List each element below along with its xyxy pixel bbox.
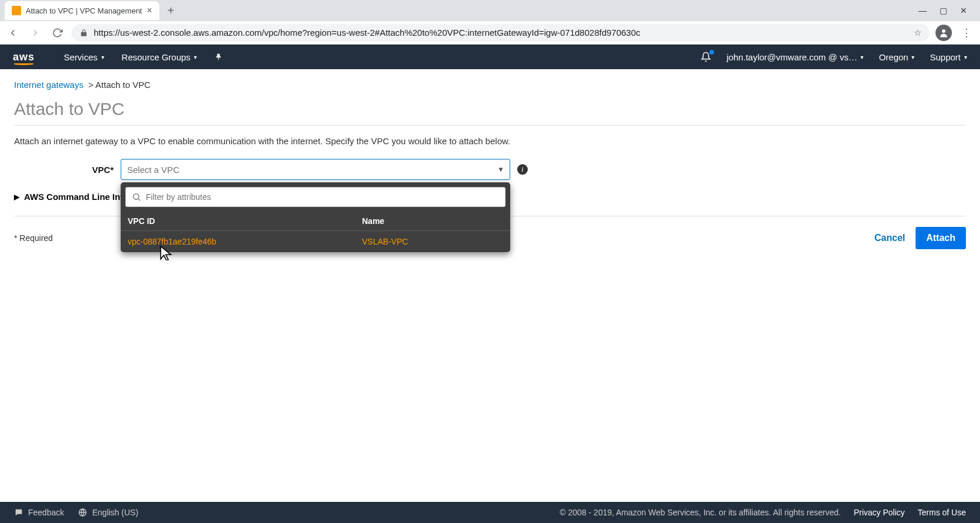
language-label: English (US) bbox=[92, 508, 138, 517]
aws-nav-right: john.taylor@vmware.com @ vs… ▾ Oregon ▾ … bbox=[701, 52, 967, 62]
resource-groups-menu[interactable]: Resource Groups ▾ bbox=[122, 52, 197, 62]
dropdown-header-name: Name bbox=[362, 216, 384, 226]
dropdown-option-id: vpc-0887fb1ae219fe46b bbox=[128, 237, 362, 246]
terms-of-use-link[interactable]: Terms of Use bbox=[918, 508, 966, 517]
vpc-field-label: VPC* bbox=[14, 165, 114, 175]
triangle-right-icon: ▶ bbox=[14, 193, 19, 201]
close-window-button[interactable]: ✕ bbox=[960, 6, 967, 15]
chevron-down-icon: ▾ bbox=[964, 54, 967, 60]
dropdown-option[interactable]: vpc-0887fb1ae219fe46b VSLAB-VPC bbox=[121, 231, 510, 252]
privacy-policy-link[interactable]: Privacy Policy bbox=[853, 508, 904, 517]
close-icon[interactable]: × bbox=[146, 5, 152, 16]
language-selector[interactable]: English (US) bbox=[78, 508, 138, 517]
breadcrumb-root-link[interactable]: Internet gateways bbox=[14, 80, 83, 90]
svg-point-1 bbox=[134, 194, 139, 199]
support-menu[interactable]: Support ▾ bbox=[930, 52, 967, 62]
new-tab-button[interactable]: + bbox=[168, 4, 175, 18]
required-note: * Required bbox=[14, 233, 53, 243]
chevron-down-icon: ▾ bbox=[194, 54, 197, 60]
dropdown-header-vpcid: VPC ID bbox=[128, 216, 362, 226]
url-text: https://us-west-2.console.aws.amazon.com… bbox=[94, 28, 908, 38]
tab-title: Attach to VPC | VPC Management bbox=[26, 6, 142, 15]
dropdown-option-name: VSLAB-VPC bbox=[362, 237, 408, 246]
page-title: Attach to VPC bbox=[14, 99, 966, 125]
speech-bubble-icon bbox=[14, 508, 23, 517]
vpc-dropdown: VPC ID Name vpc-0887fb1ae219fe46b VSLAB-… bbox=[121, 182, 510, 252]
search-icon bbox=[132, 192, 141, 202]
account-label: john.taylor@vmware.com @ vs… bbox=[726, 52, 857, 62]
aws-favicon bbox=[12, 6, 21, 15]
svg-line-2 bbox=[138, 199, 140, 201]
page-description: Attach an internet gateway to a VPC to e… bbox=[14, 136, 966, 146]
region-label: Oregon bbox=[879, 52, 908, 62]
back-button[interactable] bbox=[5, 25, 21, 41]
vpc-select[interactable]: ▼ VPC ID Name vpc-0887fb1ae219fe46 bbox=[121, 159, 510, 180]
tab-bar: Attach to VPC | VPC Management × + — ▢ ✕ bbox=[0, 0, 980, 21]
maximize-button[interactable]: ▢ bbox=[940, 6, 947, 15]
info-icon[interactable]: i bbox=[517, 164, 528, 175]
url-field[interactable]: https://us-west-2.console.aws.amazon.com… bbox=[71, 24, 930, 42]
region-menu[interactable]: Oregon ▾ bbox=[879, 52, 914, 62]
dropdown-header: VPC ID Name bbox=[121, 212, 510, 231]
feedback-label: Feedback bbox=[28, 508, 64, 517]
account-menu[interactable]: john.taylor@vmware.com @ vs… ▾ bbox=[726, 52, 863, 62]
cancel-button[interactable]: Cancel bbox=[875, 233, 905, 243]
notification-dot bbox=[709, 50, 714, 55]
breadcrumb-current: Attach to VPC bbox=[95, 80, 151, 90]
dropdown-search-box[interactable] bbox=[125, 187, 506, 207]
minimize-button[interactable]: — bbox=[918, 6, 927, 15]
page-body: Internet gateways > Attach to VPC Attach… bbox=[0, 69, 980, 249]
support-label: Support bbox=[930, 52, 961, 62]
forward-button[interactable] bbox=[27, 25, 43, 41]
vpc-select-input[interactable] bbox=[121, 159, 510, 180]
chevron-down-icon: ▾ bbox=[861, 54, 863, 60]
resource-groups-label: Resource Groups bbox=[122, 52, 191, 62]
globe-icon bbox=[78, 508, 87, 517]
browser-tab[interactable]: Attach to VPC | VPC Management × bbox=[5, 1, 159, 20]
attach-button[interactable]: Attach bbox=[916, 227, 966, 249]
bookmark-star-icon[interactable]: ☆ bbox=[914, 28, 921, 38]
chrome-menu-icon[interactable]: ⋮ bbox=[958, 26, 975, 39]
address-bar: https://us-west-2.console.aws.amazon.com… bbox=[0, 21, 980, 45]
services-menu[interactable]: Services ▾ bbox=[64, 52, 104, 62]
vpc-form-row: VPC* ▼ VPC ID Name bbox=[14, 159, 966, 180]
dropdown-filter-input[interactable] bbox=[146, 192, 499, 202]
chevron-down-icon: ▾ bbox=[101, 54, 104, 60]
feedback-link[interactable]: Feedback bbox=[14, 508, 64, 517]
copyright-text: © 2008 - 2019, Amazon Web Services, Inc.… bbox=[560, 508, 841, 517]
reload-button[interactable] bbox=[49, 25, 66, 41]
services-label: Services bbox=[64, 52, 98, 62]
breadcrumb: Internet gateways > Attach to VPC bbox=[14, 80, 966, 90]
lock-icon bbox=[80, 29, 88, 37]
aws-logo[interactable]: aws bbox=[13, 51, 35, 63]
notifications-bell-icon[interactable] bbox=[701, 52, 711, 62]
pin-icon[interactable] bbox=[214, 53, 223, 61]
dropdown-search-wrap bbox=[121, 182, 510, 212]
aws-top-nav: aws Services ▾ Resource Groups ▾ john.ta… bbox=[0, 45, 980, 69]
aws-footer: Feedback English (US) © 2008 - 2019, Ama… bbox=[0, 502, 980, 523]
svg-point-0 bbox=[942, 29, 945, 33]
profile-avatar[interactable] bbox=[935, 25, 952, 41]
browser-chrome: Attach to VPC | VPC Management × + — ▢ ✕… bbox=[0, 0, 980, 45]
window-controls: — ▢ ✕ bbox=[918, 6, 975, 15]
chevron-down-icon: ▾ bbox=[911, 54, 914, 60]
